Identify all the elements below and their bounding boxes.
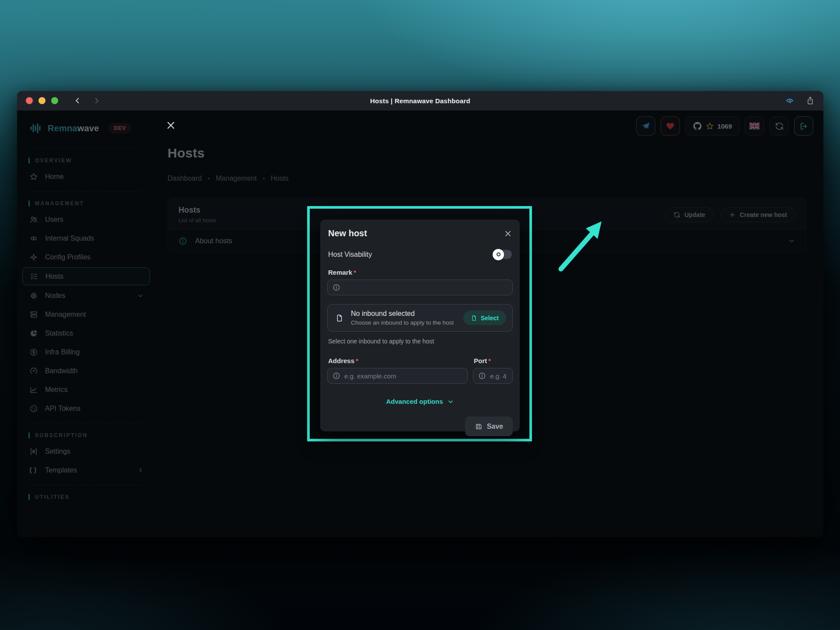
file-icon [335,313,344,323]
info-icon [332,372,340,380]
advanced-options-link[interactable]: Advanced options [327,398,513,405]
remark-input[interactable] [344,284,508,291]
app-window: Hosts | Remnawave Dashboard Remnawave DE… [17,91,823,537]
nav-forward-icon[interactable] [93,97,101,105]
wiper-icon[interactable] [785,96,794,105]
zoom-window-button[interactable] [51,97,58,104]
nav-back-icon[interactable] [74,97,81,105]
port-input[interactable] [490,372,508,380]
file-icon [471,315,477,322]
save-icon [475,423,483,430]
inbound-subtitle: Choose an inbound to apply to the host [351,319,454,326]
address-field [327,368,468,384]
port-field [473,368,513,384]
remark-label: Remark* [328,269,512,276]
window-title: Hosts | Remnawave Dashboard [17,97,823,105]
info-icon [478,372,486,380]
select-inbound-button[interactable]: Select [463,311,506,325]
required-asterisk: * [356,357,358,364]
required-asterisk: * [354,269,356,276]
minimize-window-button[interactable] [38,97,46,104]
new-host-modal: New host Host Visability Remark* No i [320,220,520,431]
remark-field [327,280,513,295]
share-icon[interactable] [806,96,815,105]
address-input[interactable] [344,372,462,380]
address-label: Address* [328,357,467,364]
inbound-helper-text: Select one inbound to apply to the host [328,338,512,345]
modal-title: New host [328,228,367,238]
host-visibility-label: Host Visability [328,251,372,259]
required-asterisk: * [488,357,491,364]
titlebar: Hosts | Remnawave Dashboard [17,91,823,111]
info-icon [332,284,340,291]
close-window-button[interactable] [26,97,33,104]
overlay-close-icon[interactable] [166,120,176,130]
inbound-title: No inbound selected [351,310,454,318]
save-button[interactable]: Save [465,416,513,436]
host-visibility-toggle[interactable] [494,250,512,259]
port-label: Port* [474,357,512,364]
toggle-knob [493,249,504,260]
chevron-down-icon [447,398,454,405]
modal-close-icon[interactable] [504,230,512,238]
inbound-box: No inbound selected Choose an inbound to… [327,304,513,332]
